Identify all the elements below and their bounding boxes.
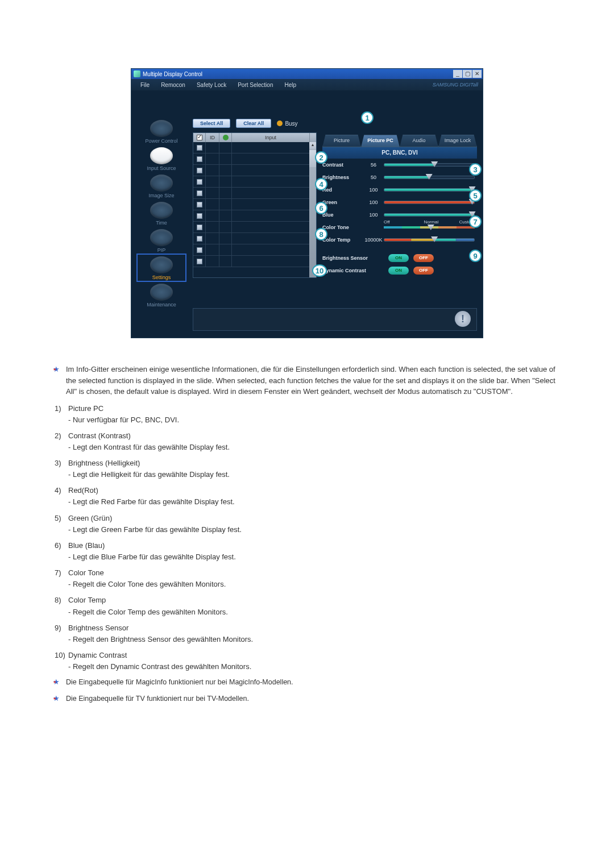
- check-header-icon[interactable]: [197, 135, 202, 140]
- clear-all-button[interactable]: Clear All: [236, 119, 271, 128]
- contrast-slider[interactable]: [384, 163, 475, 167]
- table-row[interactable]: [193, 244, 316, 256]
- tabs: Picture Picture PC Audio Image Lock: [322, 135, 477, 147]
- time-icon: [150, 202, 173, 219]
- sidebar-item-image-size[interactable]: Image Size: [138, 173, 185, 198]
- table-row[interactable]: [193, 165, 316, 176]
- contrast-row: Contrast 56: [322, 159, 477, 171]
- table-row[interactable]: [193, 153, 316, 165]
- brightness-sensor-on[interactable]: ON: [388, 254, 409, 262]
- row-checkbox[interactable]: [197, 168, 202, 173]
- list-item: 1)Picture PC- Nur verfügbar für PC, BNC,…: [51, 403, 563, 426]
- sidebar-item-input-source[interactable]: Input Source: [138, 146, 185, 171]
- footer-strip: !: [193, 308, 477, 331]
- row-checkbox[interactable]: [197, 247, 202, 253]
- brightness-slider[interactable]: [384, 176, 475, 179]
- list-item: 10)Dynamic Contrast- Regelt den Dynamic …: [51, 650, 563, 672]
- table-row[interactable]: [193, 233, 316, 244]
- list-item: 2)Contrast (Kontrast)- Legt den Kontrast…: [51, 430, 563, 453]
- description-section: Im Info-Gitter erscheinen einige wesentl…: [51, 364, 563, 704]
- callout-4: 4: [315, 178, 327, 190]
- table-row[interactable]: [193, 256, 316, 267]
- callout-5: 5: [469, 189, 482, 202]
- table-row[interactable]: [193, 142, 316, 153]
- list-item: 8)Color Temp- Regelt die Color Temp des …: [51, 595, 563, 617]
- help-icon[interactable]: !: [455, 311, 471, 327]
- list-item: 9)Brightness Sensor- Regelt den Brightne…: [51, 622, 563, 645]
- scroll-up-button[interactable]: ▴: [309, 142, 316, 149]
- dynamic-contrast-off[interactable]: OFF: [413, 267, 434, 275]
- grid-col-id: ID: [206, 133, 219, 142]
- star-icon: [51, 677, 61, 688]
- numbered-list: 1)Picture PC- Nur verfügbar für PC, BNC,…: [51, 403, 563, 673]
- list-item: 3)Brightness (Helligkeit)- Legt die Hell…: [51, 458, 563, 480]
- green-slider[interactable]: [384, 201, 475, 204]
- size-icon: [150, 175, 173, 192]
- sidebar-item-settings[interactable]: Settings: [138, 255, 185, 280]
- row-checkbox[interactable]: [197, 236, 202, 242]
- sidebar-item-maintenance[interactable]: Maintenance: [138, 283, 185, 308]
- tab-audio[interactable]: Audio: [400, 135, 438, 147]
- callout-10: 10: [312, 264, 327, 277]
- tab-picture-pc[interactable]: Picture PC: [361, 135, 400, 147]
- close-button[interactable]: ✕: [472, 70, 482, 78]
- row-checkbox[interactable]: [197, 202, 202, 207]
- menu-port-selection[interactable]: Port Selection: [232, 82, 279, 88]
- grid-rows: ▴: [193, 142, 316, 277]
- color-tone-slider[interactable]: Off Normal Custom: [384, 226, 475, 229]
- table-row[interactable]: [193, 176, 316, 188]
- status-header-icon: [223, 135, 229, 140]
- grid-col-input: Input: [232, 133, 309, 142]
- list-item: 6)Blue (Blau)- Legt die Blue Farbe für d…: [51, 540, 563, 563]
- star-icon: [51, 693, 61, 704]
- maintenance-icon: [150, 284, 173, 301]
- sidebar-item-pip[interactable]: PIP: [138, 228, 185, 253]
- callout-6: 6: [315, 202, 327, 214]
- callout-3: 3: [469, 163, 482, 176]
- row-checkbox[interactable]: [197, 179, 202, 185]
- busy-indicator: Busy: [277, 121, 297, 127]
- color-temp-slider[interactable]: [384, 238, 475, 242]
- menu-file[interactable]: File: [135, 82, 155, 88]
- minimize-button[interactable]: _: [453, 70, 462, 78]
- red-slider[interactable]: [384, 188, 475, 192]
- callout-9: 9: [469, 250, 482, 262]
- power-icon: [150, 120, 173, 137]
- list-item: 5)Green (Grün)- Legt die Green Farbe für…: [51, 513, 563, 535]
- table-row[interactable]: [193, 188, 316, 199]
- callout-8: 8: [315, 228, 327, 240]
- source-icon: [150, 147, 173, 164]
- maximize-button[interactable]: ▢: [463, 70, 472, 78]
- menu-remocon[interactable]: Remocon: [155, 82, 191, 88]
- color-temp-row: Color Temp 10000K: [322, 234, 477, 246]
- list-item: 7)Color Tone- Regelt die Color Tone des …: [51, 567, 563, 590]
- sidebar-item-time[interactable]: Time: [138, 201, 185, 226]
- callout-1: 1: [361, 111, 374, 124]
- row-checkbox[interactable]: [197, 259, 202, 264]
- row-checkbox[interactable]: [197, 225, 202, 230]
- sidebar: Power Control Input Source Image Size Ti…: [136, 119, 187, 308]
- app-icon: [134, 70, 140, 77]
- window-title: Multiple Display Control: [143, 71, 202, 77]
- display-grid: ID Input ▴: [193, 132, 317, 278]
- settings-panel: Picture Picture PC Audio Image Lock PC, …: [322, 135, 477, 277]
- row-checkbox[interactable]: [197, 145, 202, 151]
- callout-2: 2: [315, 151, 327, 164]
- menu-help[interactable]: Help: [279, 82, 302, 88]
- dynamic-contrast-on[interactable]: ON: [388, 267, 409, 275]
- footnote-1: Die Eingabequelle für MagicInfo funktion…: [66, 677, 563, 688]
- sidebar-item-power-control[interactable]: Power Control: [138, 119, 185, 144]
- select-all-button[interactable]: Select All: [193, 119, 230, 128]
- blue-slider[interactable]: [384, 213, 475, 217]
- table-row[interactable]: [193, 222, 316, 233]
- red-row: Red 100: [322, 184, 477, 196]
- tab-image-lock[interactable]: Image Lock: [438, 135, 477, 147]
- row-checkbox[interactable]: [197, 213, 202, 219]
- row-checkbox[interactable]: [197, 190, 202, 196]
- table-row[interactable]: [193, 210, 316, 222]
- brightness-sensor-off[interactable]: OFF: [413, 254, 434, 262]
- menu-safety-lock[interactable]: Safety Lock: [191, 82, 232, 88]
- tab-picture[interactable]: Picture: [322, 135, 361, 147]
- table-row[interactable]: [193, 199, 316, 210]
- row-checkbox[interactable]: [197, 156, 202, 162]
